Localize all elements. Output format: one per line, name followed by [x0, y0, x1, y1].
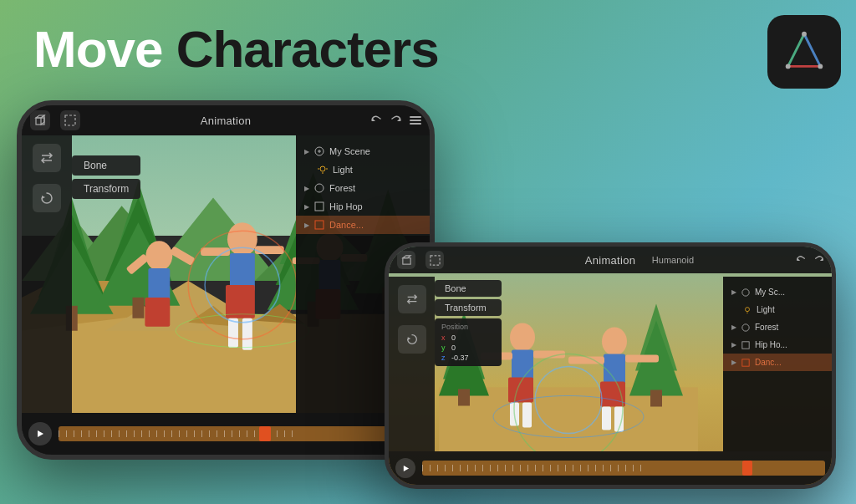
x-row: x 0 [441, 333, 495, 342]
phone1-left-sidebar [22, 135, 72, 413]
phone2-top-bar: Animation Humanoid [389, 247, 832, 273]
phone2-redo-icon[interactable] [813, 254, 825, 266]
phone2-forest-label: Forest [755, 323, 778, 332]
svg-rect-41 [228, 318, 238, 348]
x-value: 0 [451, 333, 456, 342]
phone2-hiphop-icon [741, 341, 750, 349]
forest-group-icon [314, 183, 324, 193]
phone2-dance-icon [741, 359, 750, 367]
dance-icon [314, 220, 324, 230]
svg-rect-70 [458, 389, 470, 406]
phone1-top-bar: Animation [22, 105, 430, 135]
phone1-top-right-icons [369, 114, 421, 127]
x-label: x [441, 333, 448, 342]
svg-marker-66 [38, 430, 43, 437]
svg-point-81 [602, 328, 627, 356]
svg-point-36 [227, 222, 257, 256]
z-value: -0.37 [451, 354, 469, 362]
cube-icon[interactable] [30, 110, 50, 130]
selection-icon[interactable] [60, 110, 80, 130]
phone2-animation-label: Animation [585, 254, 636, 267]
phone2-bone-btn[interactable]: Bone [435, 280, 502, 297]
phone2-timeline [389, 451, 832, 485]
svg-point-98 [746, 307, 750, 311]
phone2-cube-icon[interactable] [397, 251, 415, 269]
phone1-top-left-icons [30, 110, 80, 130]
svg-marker-96 [407, 337, 410, 340]
phone2-play-button[interactable] [395, 458, 415, 478]
myscene-label: My Scene [329, 146, 370, 156]
phone2-left-panels: Bone Transform Position x 0 y 0 z -0.37 [435, 280, 502, 366]
phone2-scene-item-light[interactable]: Light [723, 301, 832, 318]
scene-item-hiphop[interactable]: ▶ Hip Hop [296, 197, 430, 216]
svg-rect-65 [315, 221, 324, 229]
svg-line-1 [804, 34, 820, 67]
phone2-scene-item-myscene[interactable]: ▶ My Sc... [723, 283, 832, 301]
phone2: Animation Humanoid Bone Transform Positi… [385, 242, 836, 489]
svg-point-63 [315, 184, 324, 192]
phone2-scene-item-dance[interactable]: ▶ Danc... [723, 354, 832, 371]
phone2-transform-btn[interactable]: Transform [435, 299, 502, 316]
phone1-timeline: 10 [22, 413, 430, 455]
phone2-swap-icon[interactable] [398, 285, 426, 313]
scene-item-light[interactable]: Light [296, 160, 430, 179]
app-icon-svg [780, 28, 828, 76]
svg-rect-91 [402, 257, 410, 263]
app-icon [767, 15, 841, 89]
phone2-light-icon [743, 306, 752, 314]
svg-line-0 [788, 34, 804, 67]
svg-rect-80 [522, 403, 532, 428]
phone2-scene-item-forest[interactable]: ▶ Forest [723, 318, 832, 336]
timeline-ticks [59, 426, 423, 441]
swap-icon[interactable] [33, 144, 61, 172]
phone2-refresh-icon[interactable] [398, 325, 426, 354]
phone2-dance-label: Danc... [755, 358, 782, 367]
y-value: 0 [451, 344, 456, 352]
transform-panel-btn[interactable]: Transform [72, 179, 140, 199]
position-label: Position [441, 323, 495, 331]
svg-point-3 [802, 32, 807, 37]
svg-point-100 [742, 323, 749, 330]
svg-marker-55 [372, 118, 375, 121]
phone2-timeline-marker[interactable] [742, 461, 752, 476]
phone2-position-panel: Position x 0 y 0 z -0.37 [435, 318, 502, 366]
phone2-timeline-track[interactable] [422, 461, 825, 476]
scene-group-icon [314, 146, 324, 156]
phone2-humanoid-label: Humanoid [652, 255, 694, 265]
redo-icon[interactable] [390, 114, 403, 127]
play-button[interactable] [28, 422, 52, 445]
phone2-hiphop-label: Hip Ho... [755, 340, 787, 349]
phone2-myscene-icon [741, 288, 750, 297]
scene-item-forest[interactable]: ▶ Forest [296, 179, 430, 197]
svg-rect-102 [742, 359, 749, 365]
bone-panel[interactable]: Bone [72, 155, 140, 176]
phone2-scene-item-hiphop[interactable]: ▶ Hip Ho... [723, 336, 832, 354]
undo-icon[interactable] [369, 114, 383, 127]
hiphop-label: Hip Hop [329, 201, 363, 211]
svg-point-4 [786, 64, 791, 69]
phone2-light-label: Light [757, 305, 775, 314]
dance-label: Dance... [329, 220, 364, 230]
timeline-track[interactable]: 10 [59, 426, 423, 441]
phone1-left-panels: Bone Transform [72, 147, 140, 199]
title-area: Move Characters [33, 23, 439, 75]
scene-item-dance[interactable]: ▶ Dance... [296, 216, 430, 234]
light-icon [318, 165, 328, 175]
timeline-marker[interactable]: 10 [259, 426, 271, 441]
phone2-selection-icon[interactable] [425, 251, 444, 269]
y-label: y [441, 344, 448, 352]
phone1-screen: Animation Bone Transform [22, 105, 430, 455]
svg-point-59 [320, 166, 325, 171]
svg-rect-32 [148, 268, 170, 302]
svg-rect-86 [602, 407, 611, 430]
refresh-icon[interactable] [33, 184, 61, 212]
phone2-undo-icon[interactable] [795, 254, 807, 266]
title-characters: Characters [176, 20, 439, 78]
phone2-myscene-label: My Sc... [755, 288, 785, 297]
phone2-top-left-icons [397, 251, 444, 269]
svg-rect-64 [315, 202, 324, 211]
scene-item-myscene[interactable]: ▶ My Scene [296, 142, 430, 160]
menu-icon[interactable] [410, 116, 421, 125]
light-label: Light [333, 165, 353, 175]
hiphop-icon [314, 201, 324, 211]
